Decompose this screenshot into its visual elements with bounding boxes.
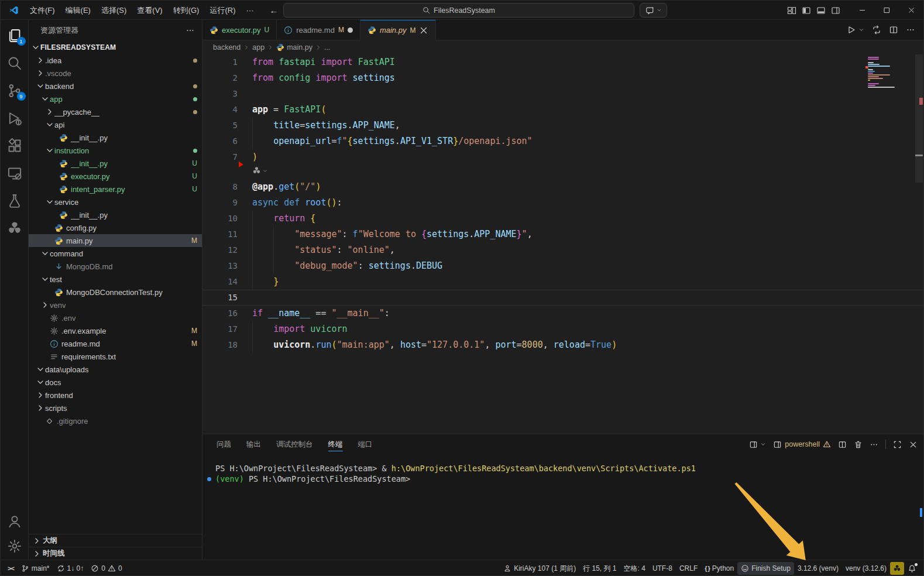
panel-tab-item[interactable]: 问题	[217, 435, 231, 454]
minimap[interactable]	[868, 57, 897, 88]
menu-view[interactable]: 查看(V)	[132, 1, 167, 20]
tree-item-docs[interactable]: docs	[29, 376, 202, 389]
tree-item-backend[interactable]: backend	[29, 80, 202, 92]
back-icon[interactable]: ←	[269, 5, 278, 15]
tree-item-pycache[interactable]: __pycache__	[29, 105, 202, 118]
status-indentation[interactable]: 空格: 4	[620, 562, 649, 575]
tree-item-instruction[interactable]: instruction	[29, 144, 202, 157]
command-center-search[interactable]: FilesReadSysteam	[283, 3, 634, 18]
tree-item-init-py[interactable]: __init__.py	[29, 131, 202, 144]
tree-item-scripts[interactable]: scripts	[29, 402, 202, 414]
breadcrumb-item-item[interactable]: ...	[324, 43, 330, 52]
launch-profile-icon[interactable]	[749, 440, 758, 449]
status-blame-info[interactable]: KiriAky 107 (1 周前)	[500, 562, 579, 575]
toggle-sidebar-icon[interactable]	[802, 6, 811, 15]
activity-search[interactable]	[7, 56, 22, 71]
menu-go[interactable]: 转到(G)	[168, 1, 205, 20]
activity-remote-explorer[interactable]	[7, 166, 22, 181]
breadcrumb-item-backend[interactable]: backend	[213, 43, 241, 52]
tab-executor-py[interactable]: executor.pyU	[202, 20, 277, 40]
status-python-interpreter[interactable]: 3.12.6 (venv)	[794, 562, 842, 575]
tree-item-test[interactable]: test	[29, 273, 202, 286]
tree-item-frontend[interactable]: frontend	[29, 389, 202, 402]
activity-source-control[interactable]: 9	[7, 83, 22, 98]
tree-item-main-py[interactable]: main.pyM	[29, 234, 202, 247]
activity-account[interactable]	[7, 514, 22, 529]
breadcrumb-item-main-py[interactable]: main.py	[287, 43, 312, 52]
tree-item-config-py[interactable]: config.py	[29, 221, 202, 234]
more-actions-icon[interactable]	[906, 25, 915, 35]
panel-tab-item[interactable]: 调试控制台	[276, 435, 313, 454]
tree-item-readme-md[interactable]: readme.mdM	[29, 337, 202, 350]
inline-ai-widget[interactable]	[252, 166, 268, 175]
split-terminal-icon[interactable]	[838, 440, 847, 449]
status-language-mode[interactable]: { }Python	[701, 562, 737, 575]
tree-item-app[interactable]: app	[29, 92, 202, 105]
tree-item-idea[interactable]: .idea	[29, 54, 202, 67]
code-editor[interactable]: 1from fastapi import FastAPI2from config…	[202, 54, 923, 434]
tree-item-command[interactable]: command	[29, 247, 202, 260]
open-changes-icon[interactable]	[872, 25, 881, 35]
tree-item-intent-parser-py[interactable]: intent_parser.pyU	[29, 183, 202, 196]
activity-extension-pinwheel[interactable]	[7, 221, 22, 236]
status-notifications[interactable]	[904, 562, 920, 575]
activity-testing[interactable]	[7, 193, 22, 208]
panel-tab-item[interactable]: 输出	[246, 435, 261, 454]
tab-readme-md[interactable]: readme.mdM	[277, 20, 360, 40]
status-encoding[interactable]: UTF-8	[649, 562, 676, 575]
menu-edit[interactable]: 编辑(E)	[60, 1, 96, 20]
more-actions-icon[interactable]	[186, 26, 195, 35]
chevron-down-icon[interactable]	[760, 441, 766, 447]
status-git-branch[interactable]: main*	[18, 562, 53, 575]
toggle-panel-icon[interactable]	[816, 6, 826, 15]
maximize-button[interactable]	[874, 1, 899, 20]
activity-settings[interactable]	[7, 539, 22, 554]
menu-run[interactable]: 运行(R)	[204, 1, 241, 20]
customize-layout-icon[interactable]	[787, 6, 796, 15]
terminal-output[interactable]: PS H:\OwnProject\FilesReadSysteam> & h:\…	[202, 454, 923, 560]
sidebar-section-1[interactable]: 时间线	[29, 547, 202, 560]
editor-scrollbar[interactable]	[915, 54, 923, 183]
tree-item-api[interactable]: api	[29, 118, 202, 131]
menu-selection[interactable]: 选择(S)	[96, 1, 132, 20]
tree-item-venv[interactable]: venv	[29, 299, 202, 311]
status-problems[interactable]: 00	[87, 562, 125, 575]
panel-tab-item[interactable]: 端口	[358, 435, 373, 454]
tree-item-init-py[interactable]: __init__.pyU	[29, 157, 202, 170]
minimize-button[interactable]	[850, 1, 874, 20]
kill-terminal-icon[interactable]	[854, 440, 863, 449]
menu-more[interactable]: ···	[241, 1, 259, 20]
tree-item-env-example[interactable]: .env.exampleM	[29, 324, 202, 337]
sidebar-section-0[interactable]: 大纲	[29, 534, 202, 547]
tree-item-requirements-txt[interactable]: requirements.txt	[29, 350, 202, 363]
close-panel-icon[interactable]	[909, 440, 918, 449]
close-button[interactable]	[899, 1, 923, 20]
status-cursor-position[interactable]: 行 15, 列 1	[579, 562, 620, 575]
activity-extensions[interactable]	[7, 138, 22, 153]
activity-run-debug[interactable]	[7, 111, 22, 126]
tree-root[interactable]: FILESREADSYSTEAM	[29, 41, 202, 54]
tree-item-vscode[interactable]: .vscode	[29, 67, 202, 80]
menu-file[interactable]: 文件(F)	[25, 1, 60, 20]
tab-main-py[interactable]: main.pyM	[360, 20, 437, 40]
tree-item-mongodb-md[interactable]: MongoDB.md	[29, 260, 202, 273]
tree-item-executor-py[interactable]: executor.pyU	[29, 170, 202, 183]
copilot-chat-button[interactable]	[640, 3, 667, 18]
breadcrumb-item-app[interactable]: app	[252, 43, 265, 52]
tree-item-init-py[interactable]: __init__.py	[29, 208, 202, 221]
terminal-list-item[interactable]: powershell	[773, 440, 831, 449]
status-extension-gold[interactable]	[890, 562, 904, 575]
panel-tab-item[interactable]: 终端	[328, 435, 343, 454]
status-eol[interactable]: CRLF	[676, 562, 701, 575]
status-finish-setup[interactable]: Finish Setup	[737, 562, 794, 575]
status-git-sync[interactable]: 1↓ 0↑	[53, 562, 88, 575]
maximize-panel-icon[interactable]	[893, 440, 902, 449]
status-remote-indicator[interactable]: ><	[4, 562, 18, 575]
tree-item-env[interactable]: .env	[29, 311, 202, 324]
tree-item-mongodbconnectiontest-py[interactable]: MongoDBConnectionTest.py	[29, 286, 202, 299]
tree-item-gitignore[interactable]: .gitignore	[29, 414, 202, 427]
run-dropdown-chevron-icon[interactable]	[858, 27, 864, 33]
tree-item-data-uploads[interactable]: data\uploads	[29, 363, 202, 376]
tree-item-service[interactable]: service	[29, 196, 202, 208]
split-editor-icon[interactable]	[889, 25, 898, 35]
